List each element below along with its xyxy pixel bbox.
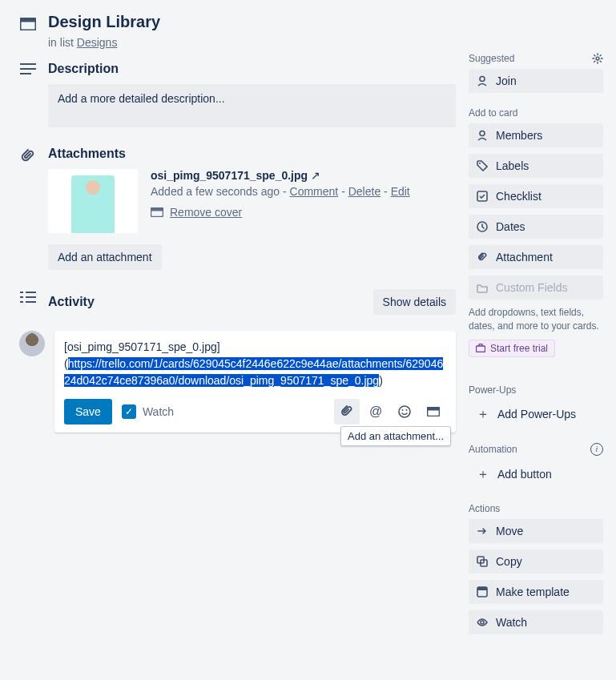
comment-text-line1: [osi_pimg_9507171_spe_0.jpg] (64, 340, 220, 353)
check-square-icon (477, 191, 488, 202)
card-icon (19, 13, 37, 30)
person-icon (477, 75, 488, 87)
svg-point-20 (480, 131, 485, 136)
attachment-delete-link[interactable]: Delete (348, 185, 380, 198)
watch-label: Watch (143, 405, 174, 418)
join-button[interactable]: Join (469, 69, 603, 93)
person-icon (477, 130, 488, 141)
show-details-button[interactable]: Show details (373, 289, 456, 315)
svg-point-19 (480, 77, 485, 82)
card-title[interactable]: Design Library (48, 13, 160, 31)
automation-heading: Automation (469, 444, 517, 455)
plus-icon: ＋ (477, 466, 489, 483)
members-button[interactable]: Members (469, 123, 603, 147)
svg-rect-1 (21, 18, 36, 22)
description-heading: Description (48, 62, 456, 76)
activity-icon (19, 289, 37, 323)
activity-heading: Activity (48, 295, 95, 309)
info-icon[interactable]: i (590, 443, 603, 456)
actions-heading: Actions (469, 503, 500, 514)
save-comment-button[interactable]: Save (64, 399, 112, 424)
attachment-filename[interactable]: osi_pimg_9507171_spe_0.jpg (151, 169, 308, 182)
svg-point-18 (596, 57, 599, 60)
svg-rect-6 (151, 208, 163, 211)
svg-point-15 (406, 409, 408, 411)
attachments-icon (19, 147, 37, 270)
dates-button[interactable]: Dates (469, 215, 603, 239)
folder-icon (477, 282, 488, 293)
make-template-button[interactable]: Make template (469, 580, 603, 604)
attachments-heading: Attachments (48, 147, 456, 161)
external-link-icon[interactable]: ↗ (311, 169, 320, 182)
copy-icon (477, 556, 488, 567)
list-link[interactable]: Designs (77, 36, 118, 49)
svg-rect-28 (477, 587, 487, 590)
arrow-right-icon (477, 525, 488, 537)
svg-rect-17 (428, 408, 440, 411)
watch-button[interactable]: Watch (469, 610, 603, 634)
description-input[interactable]: Add a more detailed description... (48, 84, 456, 127)
svg-point-29 (481, 621, 484, 624)
attachment-button[interactable]: Attachment (469, 245, 603, 269)
add-automation-button[interactable]: ＋ Add button (469, 461, 603, 489)
attachment-edit-link[interactable]: Edit (391, 185, 410, 198)
svg-point-21 (479, 163, 481, 164)
remove-cover-link[interactable]: Remove cover (170, 206, 242, 219)
paperclip-icon (477, 251, 488, 263)
comment-selected-url: https://trello.com/1/cards/629045c4f2446… (64, 357, 443, 387)
svg-point-13 (399, 406, 410, 417)
user-avatar[interactable] (19, 331, 45, 356)
watch-checkbox[interactable]: ✓ (122, 404, 136, 419)
custom-fields-button[interactable]: Custom Fields (469, 276, 603, 300)
gear-icon[interactable] (592, 53, 603, 64)
description-icon (19, 62, 37, 127)
tag-icon (477, 160, 488, 171)
editor-emoji-icon[interactable] (392, 399, 417, 424)
card-list-location: in list Designs (48, 36, 160, 49)
attachment-comment-link[interactable]: Comment (290, 185, 339, 198)
copy-button[interactable]: Copy (469, 549, 603, 573)
card-small-icon (151, 207, 163, 217)
comment-editor[interactable]: [osi_pimg_9507171_spe_0.jpg] (https://tr… (54, 331, 456, 433)
svg-point-14 (402, 409, 404, 411)
attachment-added-time: Added a few seconds ago - (151, 185, 290, 198)
attachment-tooltip: Add an attachment... (340, 426, 451, 446)
custom-fields-note: Add dropdowns, text fields, dates, and m… (469, 306, 603, 333)
svg-rect-24 (477, 346, 485, 352)
move-button[interactable]: Move (469, 519, 603, 543)
plus-icon: ＋ (477, 406, 489, 423)
suggested-heading: Suggested (469, 53, 514, 64)
briefcase-icon (476, 344, 485, 352)
labels-button[interactable]: Labels (469, 154, 603, 178)
checklist-button[interactable]: Checklist (469, 184, 603, 208)
add-to-card-heading: Add to card (469, 107, 517, 119)
attachment-thumbnail[interactable] (48, 169, 138, 233)
start-free-trial-button[interactable]: Start free trial (469, 340, 555, 357)
eye-icon (477, 617, 488, 628)
template-icon (477, 586, 488, 598)
power-ups-heading: Power-Ups (469, 384, 516, 396)
add-attachment-button[interactable]: Add an attachment (48, 244, 162, 270)
editor-card-icon[interactable] (421, 399, 446, 424)
clock-icon (477, 221, 488, 232)
editor-mention-icon[interactable]: @ (363, 399, 389, 424)
add-power-ups-button[interactable]: ＋ Add Power-Ups (469, 400, 603, 429)
editor-attachment-icon[interactable] (334, 399, 360, 424)
